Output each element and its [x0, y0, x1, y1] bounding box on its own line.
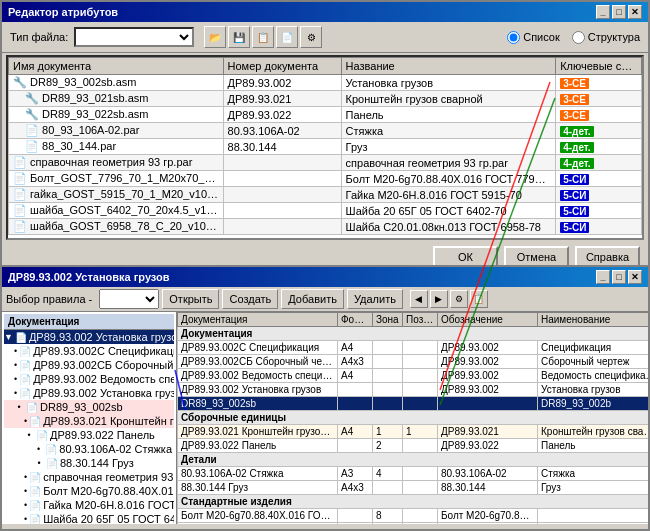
tree-expander: ▼ — [4, 332, 13, 342]
tree-icon: 📄 — [19, 374, 31, 385]
settings-icon[interactable]: ⚙ — [300, 26, 322, 48]
tree-icon: 📄 — [45, 444, 57, 455]
bt-col-format: Формат — [338, 313, 373, 327]
tree-icon: 📄 — [46, 458, 58, 469]
table-row[interactable]: 88.30.144 ГрузА4х388.30.144Груз12,000000… — [178, 481, 649, 495]
file-type-select[interactable] — [74, 27, 194, 47]
tree-item[interactable]: •📄ДР89.93.002 Ведомость специфика... — [4, 372, 174, 386]
tree-item-label: ДР89.93.021 Кронштейн грузов сварн... — [43, 415, 174, 427]
open-icon[interactable]: 📂 — [204, 26, 226, 48]
add-button[interactable]: Добавить — [281, 289, 344, 309]
rule-select[interactable] — [99, 289, 159, 309]
delete-button[interactable]: Удалить — [347, 289, 403, 309]
tree-expander: • — [24, 416, 27, 426]
table-row[interactable]: Болт М20-6g70.88.40Х.016 ГОСТ 7796-708Бо… — [178, 509, 649, 523]
table-row[interactable]: Стандартные изделия — [178, 495, 649, 509]
table-row[interactable]: Детали — [178, 453, 649, 467]
dialog-title: Редактор атрибутов — [8, 6, 118, 18]
paste-icon[interactable]: 📄 — [276, 26, 298, 48]
table-row[interactable]: 📄 справочная геометрия 93 гр.par — [9, 155, 224, 171]
tree-item[interactable]: •📄справочная геометрия 93 гр — [4, 470, 174, 484]
table-row[interactable]: DR89_93_002sbDR89_93_002b1,000000 — [178, 397, 649, 411]
table-row[interactable]: ДР89.93.002С СпецификацияА4ДР89.93.002Сп… — [178, 341, 649, 355]
open-button[interactable]: Открыть — [162, 289, 219, 309]
tree-item-label: ДР89.93.002СБ Сборочный чертеж — [33, 359, 174, 371]
minimize-button[interactable]: _ — [596, 5, 610, 19]
bt-icon-3[interactable]: ⚙ — [450, 290, 468, 308]
title-buttons: _ □ ✕ — [596, 5, 642, 19]
bottom-maximize-button[interactable]: □ — [612, 270, 626, 284]
table-row[interactable]: ДР89.93.002 Установка грузовДР89.93.002У… — [178, 383, 649, 397]
tree-icon: 📄 — [29, 472, 41, 483]
bottom-toolbar: Выбор правила - Открыть Создать Добавить… — [2, 287, 648, 312]
tree-item-label: ДР89.93.022 Панель — [50, 429, 155, 441]
save-icon[interactable]: 💾 — [228, 26, 250, 48]
radio-list[interactable]: Список — [507, 31, 560, 44]
bt-icon-4[interactable]: 📋 — [470, 290, 488, 308]
tree-item[interactable]: •📄Болт М20-6g70.88.40Х.016 ГОСТ 7796-70 — [4, 484, 174, 498]
tree-icon: 📄 — [29, 416, 41, 427]
tree-expander: • — [24, 486, 27, 496]
table-row[interactable]: ДР89.93.002СБ Сборочный чертежА4х3ДР89.9… — [178, 355, 649, 369]
table-row[interactable]: 📄 шайба_GOST_6402_70_20x4.5_v10.50.par — [9, 203, 224, 219]
table-row[interactable]: 📄 88_30_144.par — [9, 139, 224, 155]
bottom-window: ДР89.93.002 Установка грузов _ □ ✕ Выбор… — [0, 265, 650, 531]
table-row[interactable]: 📄 гайка_GOST_5915_70_1_M20_v10.50.par — [9, 187, 224, 203]
file-type-label: Тип файла: — [10, 31, 68, 43]
bottom-title: ДР89.93.002 Установка грузов — [8, 271, 170, 283]
table-row[interactable]: 🔧 DR89_93_022sb.asm — [9, 107, 224, 123]
tree-item-label: 80.93.106А-02 Стяжка — [59, 443, 172, 455]
tree-item-label: 88.30.144 Груз — [60, 457, 134, 469]
tree-item[interactable]: •📄Гайка М20-6Н.8.016 ГОСТ 5915-70 — [4, 498, 174, 512]
attribute-editor-dialog: Редактор атрибутов _ □ ✕ Тип файла: 📂 💾 … — [0, 0, 650, 270]
table-row[interactable]: 🔧 DR89_93_021sb.asm — [9, 91, 224, 107]
tree-item[interactable]: •📄ДР89.93.021 Кронштейн грузов сварн... — [4, 414, 174, 428]
tree-item[interactable]: •📄Шайба 20 65Г 05 ГОСТ 6402-70 — [4, 512, 174, 524]
table-row[interactable]: 📄 шайба_GOST_6958_78_C_20_v10.50.par — [9, 219, 224, 235]
table-row[interactable]: Гайка М20-6Н.8.016 ГОСТ 5915-709Гайка М2… — [178, 523, 649, 525]
bt-icon-2[interactable]: ▶ — [430, 290, 448, 308]
tree-icon: 📄 — [19, 346, 31, 357]
col-title: Название — [341, 58, 556, 75]
bottom-table: Документация Формат Зона Позиция Обознач… — [177, 312, 648, 524]
tree-item[interactable]: •📄88.30.144 Груз — [4, 456, 174, 470]
tree-panel: Документация ▼📄ДР89.93.002 Установка гру… — [2, 312, 177, 524]
bottom-close-button[interactable]: ✕ — [628, 270, 642, 284]
table-row[interactable]: 📄 Болт_GOST_7796_70_1_M20x70_v10.50.par — [9, 171, 224, 187]
tree-item[interactable]: •📄ДР89.93.002С Спецификация — [4, 344, 174, 358]
tree-item[interactable]: ▼📄ДР89.93.002 Установка грузов — [4, 330, 174, 344]
toolbar-icons: 📂 💾 📋 📄 ⚙ — [204, 26, 322, 48]
tree-expander: • — [14, 388, 17, 398]
table-row[interactable]: 80.93.106А-02 СтяжкаА3480.93.106А-02Стяж… — [178, 467, 649, 481]
bottom-minimize-button[interactable]: _ — [596, 270, 610, 284]
bottom-table-header: Документация Формат Зона Позиция Обознач… — [178, 313, 649, 327]
tree-expander: • — [24, 514, 27, 524]
tree-header: Документация — [4, 314, 174, 330]
tree-item[interactable]: •📄ДР89.93.002 Установка грузов — [4, 386, 174, 400]
copy-icon[interactable]: 📋 — [252, 26, 274, 48]
radio-structure[interactable]: Структура — [572, 31, 640, 44]
maximize-button[interactable]: □ — [612, 5, 626, 19]
table-row[interactable]: 📄 80_93_106A-02.par — [9, 123, 224, 139]
tree-expander: • — [14, 346, 17, 356]
create-button[interactable]: Создать — [222, 289, 278, 309]
table-row[interactable]: 🔧 DR89_93_002sb.asm — [9, 75, 224, 91]
table-row[interactable]: Сборочные единицы — [178, 411, 649, 425]
tree-item-label: Шайба 20 65Г 05 ГОСТ 6402-70 — [43, 513, 174, 524]
tree-icon: 📄 — [36, 430, 48, 441]
tree-icon: 📄 — [29, 514, 41, 525]
close-button[interactable]: ✕ — [628, 5, 642, 19]
tree-item[interactable]: •📄ДР89.93.002СБ Сборочный чертеж — [4, 358, 174, 372]
dialog-titlebar: Редактор атрибутов _ □ ✕ — [2, 2, 648, 22]
table-row[interactable]: ДР89.93.021 Кронштейн грузов сварнойА411… — [178, 425, 649, 439]
tree-item[interactable]: •📄ДР89.93.022 Панель — [4, 428, 174, 442]
table-row[interactable]: ДР89.93.002 Ведомость специфика...А4ДР89… — [178, 369, 649, 383]
table-row[interactable]: Документация — [178, 327, 649, 341]
bt-col-zone: Зона — [373, 313, 403, 327]
tree-item[interactable]: •📄DR89_93_002sb — [4, 400, 174, 414]
tree-item[interactable]: •📄80.93.106А-02 Стяжка — [4, 442, 174, 456]
tree-icon: 📄 — [19, 388, 31, 399]
table-row[interactable]: ДР89.93.022 Панель2ДР89.93.022Панель1,00… — [178, 439, 649, 453]
bt-icon-1[interactable]: ◀ — [410, 290, 428, 308]
tree-icon: 📄 — [19, 360, 31, 371]
